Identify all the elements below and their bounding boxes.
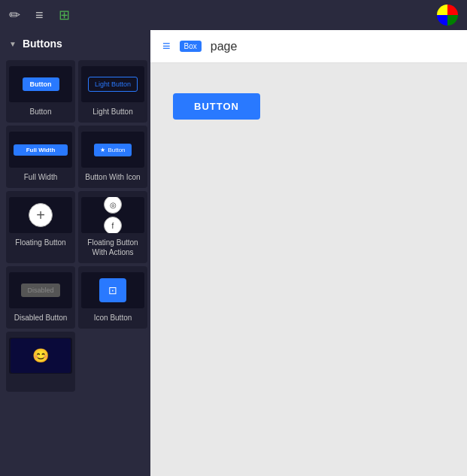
floating-btn-circle: + bbox=[29, 203, 53, 227]
page-header: ≡ Box page bbox=[150, 30, 467, 63]
component-full-width[interactable]: Full Width Full Width bbox=[6, 126, 75, 188]
floating-actions-preview: ⤴ ◎ f ⚙ bbox=[81, 197, 144, 233]
light-button-preview-inner: Light Button bbox=[88, 77, 138, 92]
icon-button-preview: ⊡ bbox=[81, 272, 144, 308]
full-width-preview-inner: Full Width bbox=[14, 144, 68, 156]
top-toolbar: ✏ ≡ ⊞ bbox=[0, 0, 467, 30]
canvas-button[interactable]: BUTTON bbox=[173, 93, 260, 120]
icon-button-label: Icon Button bbox=[94, 313, 132, 323]
component-icon-button[interactable]: ⊡ Icon Button bbox=[78, 266, 147, 329]
button-with-icon-inner: ★ Button bbox=[94, 144, 131, 156]
component-floating-button[interactable]: + Floating Button bbox=[6, 191, 75, 263]
floating-button-label: Floating Button bbox=[15, 238, 65, 247]
sidebar-buttons-section[interactable]: ▼ Buttons bbox=[0, 30, 150, 57]
pencil-icon[interactable]: ✏ bbox=[9, 7, 20, 23]
floating-actions-label: Floating Button With Actions bbox=[81, 238, 144, 257]
monitor-icon: ⊡ bbox=[108, 284, 117, 296]
button-with-icon-label: Button With Icon bbox=[85, 172, 140, 182]
component-custom[interactable]: 😊 bbox=[6, 332, 75, 392]
component-button-with-icon[interactable]: ★ Button Button With Icon bbox=[78, 126, 147, 188]
chevron-down-icon: ▼ bbox=[9, 40, 17, 48]
button-label: Button bbox=[30, 107, 52, 117]
full-width-preview: Full Width bbox=[9, 132, 72, 168]
custom-preview: 😊 bbox=[9, 338, 72, 374]
grid-icon[interactable]: ⊞ bbox=[59, 7, 70, 23]
icon-btn-inner: ⊡ bbox=[99, 278, 126, 302]
hamburger-icon[interactable]: ≡ bbox=[162, 38, 171, 54]
component-button[interactable]: Button Button bbox=[6, 60, 75, 123]
button-preview: Button bbox=[9, 66, 72, 102]
star-icon: ★ bbox=[100, 147, 105, 153]
custom-inner: 😊 bbox=[11, 338, 71, 373]
button-with-icon-preview: ★ Button bbox=[81, 132, 144, 168]
page-title: page bbox=[211, 40, 238, 53]
full-width-label: Full Width bbox=[24, 172, 57, 182]
component-disabled-button[interactable]: Disabled Disabled Button bbox=[6, 266, 75, 329]
light-button-label: Light Button bbox=[92, 107, 132, 117]
menu-icon[interactable]: ≡ bbox=[35, 8, 44, 23]
disabled-button-preview: Disabled bbox=[9, 272, 72, 308]
disabled-btn-inner: Disabled bbox=[21, 283, 59, 297]
floating-button-preview: + bbox=[9, 197, 72, 233]
canvas: BUTTON bbox=[150, 63, 467, 476]
avatar[interactable] bbox=[437, 5, 458, 26]
light-button-preview: Light Button bbox=[81, 66, 144, 102]
box-badge: Box bbox=[180, 41, 202, 52]
components-grid: Button Button Light Button Light Button … bbox=[0, 57, 150, 395]
content-area: ≡ Box page BUTTON bbox=[150, 30, 467, 476]
sidebar: ▼ Buttons Button Button Light Button Lig… bbox=[0, 30, 150, 476]
main-layout: ▼ Buttons Button Button Light Button Lig… bbox=[0, 30, 467, 476]
component-floating-button-actions[interactable]: ⤴ ◎ f ⚙ Floating Button With Actions bbox=[78, 191, 147, 263]
floating-actions-stack: ⤴ ◎ f ⚙ bbox=[104, 197, 122, 233]
component-light-button[interactable]: Light Button Light Button bbox=[78, 60, 147, 123]
facebook-action-icon: f bbox=[104, 217, 122, 233]
disabled-button-label: Disabled Button bbox=[14, 313, 68, 323]
button-preview-inner: Button bbox=[23, 77, 59, 91]
location-action-icon: ◎ bbox=[104, 197, 122, 214]
sidebar-section-label: Buttons bbox=[23, 38, 62, 50]
face-icon: 😊 bbox=[32, 347, 49, 364]
